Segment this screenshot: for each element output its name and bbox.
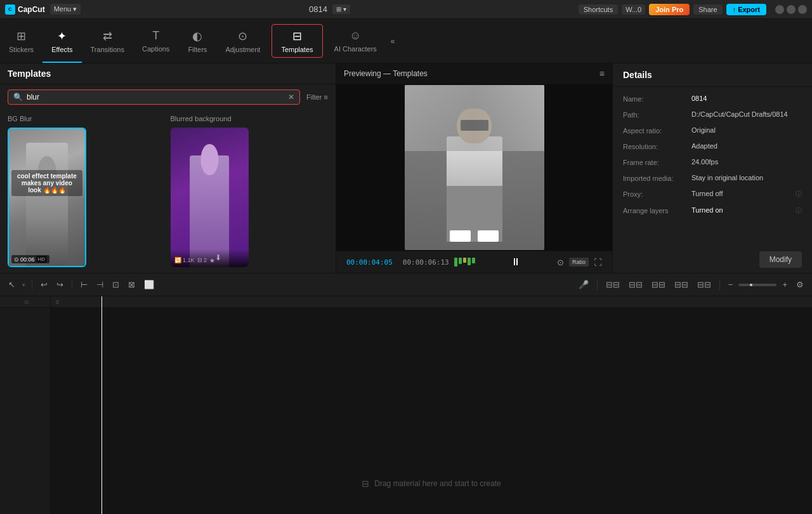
fullscreen-button[interactable]: ⛶: [594, 258, 602, 267]
nav-item-filters[interactable]: ◐ Filters: [178, 19, 216, 63]
track-tool-4[interactable]: ⊟⊟: [671, 279, 691, 291]
track-tool-3[interactable]: ⊟⊟: [648, 279, 669, 291]
workspace-label: W...0: [625, 6, 641, 13]
minimize-button[interactable]: [775, 5, 784, 14]
join-pro-button[interactable]: Join Pro: [649, 4, 690, 15]
stickers-icon: ⊞: [16, 29, 26, 43]
nav-item-captions[interactable]: T Captions: [133, 19, 178, 63]
export-button[interactable]: ↑ Export: [726, 4, 766, 15]
template-overlay-text: cool effect template makes any video loo…: [11, 170, 82, 196]
resolution-label: Resolution:: [623, 142, 686, 150]
track-tool-1[interactable]: ⊟⊟: [603, 279, 623, 291]
frame-rate-label: Frame rate:: [623, 158, 686, 166]
nav-item-stickers[interactable]: ⊞ Stickers: [0, 19, 43, 63]
search-bar: 🔍 ✕: [8, 89, 300, 105]
zoom-slider[interactable]: [738, 284, 776, 286]
nav-item-adjustment[interactable]: ⊙ Adjustment: [216, 19, 269, 63]
detail-name-row: Name: 0814: [623, 95, 802, 103]
filter-button[interactable]: Filter ≡: [306, 93, 328, 101]
share-button[interactable]: Share: [693, 4, 722, 15]
undo-button[interactable]: ↩: [37, 279, 51, 291]
timeline-content: ⊙ 0 ⊟ Drag material here and start to cr…: [0, 296, 812, 514]
detail-imported-media-row: Imported media: Stay in original locatio…: [623, 174, 802, 182]
blurred-bg-section: Blurred background 🔁 1.1K: [171, 115, 329, 267]
search-input[interactable]: [27, 93, 284, 102]
ratio-button[interactable]: Ratio: [569, 258, 589, 267]
timeline-area: ↖ ▾ ↩ ↪ ⊢ ⊣ ⊡ ⊠ ⬜ 🎤 ⊟⊟ ⊟⊟ ⊟⊟ ⊟⊟ ⊟⊟ −: [0, 273, 812, 514]
track-tool-5[interactable]: ⊟⊟: [694, 279, 714, 291]
zoom-out-button[interactable]: −: [725, 279, 737, 291]
adjustment-label: Adjustment: [225, 46, 260, 53]
preview-canvas: [336, 84, 612, 251]
easy-bg-blur-template[interactable]: 🔁 1.1K ⊟ 2 ★ ⬇ Easy background blur: [171, 128, 249, 267]
nav-item-templates[interactable]: ⊟ Templates: [272, 24, 322, 58]
drag-area: ⊟ Drag material here and start to create: [51, 296, 812, 514]
trim-left-button[interactable]: ⊣: [93, 279, 107, 291]
imported-media-label: Imported media:: [623, 174, 686, 182]
adjustment-icon: ⊙: [238, 29, 247, 43]
templates-icon: ⊟: [292, 29, 302, 43]
imported-media-value: Stay in original location: [691, 174, 802, 181]
detail-aspect-ratio-row: Aspect ratio: Original: [623, 126, 802, 135]
playhead[interactable]: [102, 296, 102, 514]
zoom-in-button[interactable]: +: [779, 279, 790, 291]
nav-item-ai-characters[interactable]: ☺ AI Characters: [325, 19, 386, 63]
preview-header: Previewing — Templates ≡: [336, 63, 612, 84]
trim-right-button[interactable]: ⊡: [109, 279, 122, 291]
shortcuts-button[interactable]: Shortcuts: [579, 4, 618, 15]
collapse-nav-button[interactable]: «: [386, 19, 400, 63]
close-button[interactable]: [798, 5, 807, 14]
toolbar-divider-2: [72, 280, 72, 290]
proxy-info-icon[interactable]: ⓘ: [796, 190, 802, 199]
bg-blur-section: BG Blur cool effect template makes any v…: [8, 115, 166, 267]
nav-item-effects[interactable]: ✦ Effects: [43, 19, 81, 63]
download-button[interactable]: ⬇: [215, 253, 221, 262]
aspect-ratio-label: Aspect ratio:: [623, 126, 686, 135]
audio-levels: [454, 258, 475, 267]
timeline-toolbar: ↖ ▾ ↩ ↪ ⊢ ⊣ ⊡ ⊠ ⬜ 🎤 ⊟⊟ ⊟⊟ ⊟⊟ ⊟⊟ ⊟⊟ −: [0, 273, 812, 296]
modify-button[interactable]: Modify: [759, 251, 802, 268]
templates-sidebar: Templates 🔍 ✕ Filter ≡: [0, 63, 336, 273]
redo-button[interactable]: ↪: [53, 279, 67, 291]
workspace-button[interactable]: W...0: [622, 4, 645, 15]
preview-menu-button[interactable]: ≡: [599, 69, 605, 79]
view-count: 🔁 1.1K: [174, 257, 195, 263]
arrange-layers-info-icon[interactable]: ⓘ: [796, 206, 802, 215]
window-controls: [775, 5, 807, 14]
select-tool-button[interactable]: ↖: [5, 279, 18, 291]
drag-text: Drag material here and start to create: [374, 479, 501, 488]
search-clear-button[interactable]: ✕: [288, 93, 294, 102]
preview-controls: 00:00:04:05 00:00:06:13 ⏸ ⊙ Ratio ⛶: [336, 251, 612, 273]
templates-panel-title: Templates: [8, 69, 51, 79]
track-labels: ⊙: [0, 296, 51, 514]
group-button[interactable]: ⬜: [141, 279, 157, 291]
time-current: 00:00:04:05: [346, 258, 393, 267]
delete-button[interactable]: ⊠: [125, 279, 138, 291]
frame-preview-button[interactable]: ⊙: [557, 258, 564, 267]
restore-button[interactable]: [787, 5, 796, 14]
bg-blur-title: BG Blur: [8, 115, 166, 122]
split-button[interactable]: ⊢: [77, 279, 91, 291]
timeline-tracks: 0 ⊟ Drag material here and start to crea…: [51, 296, 812, 514]
modify-btn-container: Modify: [613, 246, 812, 273]
stickers-label: Stickers: [9, 46, 34, 53]
record-button[interactable]: 🎤: [575, 279, 592, 291]
detail-path-row: Path: D:/CapCut/CapCut Drafts/0814: [623, 110, 802, 119]
track-count: ⊟ 2: [197, 257, 207, 263]
details-content: Name: 0814 Path: D:/CapCut/CapCut Drafts…: [613, 87, 812, 246]
hd-badge: HD: [36, 256, 48, 263]
detail-arrange-layers-row: Arrange layers Turned on ⓘ: [623, 206, 802, 215]
motion-blur-template[interactable]: cool effect template makes any video loo…: [8, 128, 86, 267]
play-pause-button[interactable]: ⏸: [511, 256, 521, 268]
blurred-bg-title: Blurred background: [171, 115, 329, 122]
effects-icon: ✦: [57, 29, 67, 43]
menu-button[interactable]: Menu ▾: [50, 4, 81, 15]
settings-button[interactable]: ⚙: [793, 279, 807, 291]
track-tool-2[interactable]: ⊟⊟: [625, 279, 646, 291]
ai-characters-icon: ☺: [350, 29, 361, 43]
templates-content: BG Blur cool effect template makes any v…: [0, 110, 336, 273]
project-name: 0814: [309, 4, 327, 14]
nav-item-transitions[interactable]: ⇄ Transitions: [82, 19, 133, 63]
view-mode-button[interactable]: ⊞ ▾: [332, 4, 350, 14]
star-button[interactable]: ★: [209, 257, 215, 264]
